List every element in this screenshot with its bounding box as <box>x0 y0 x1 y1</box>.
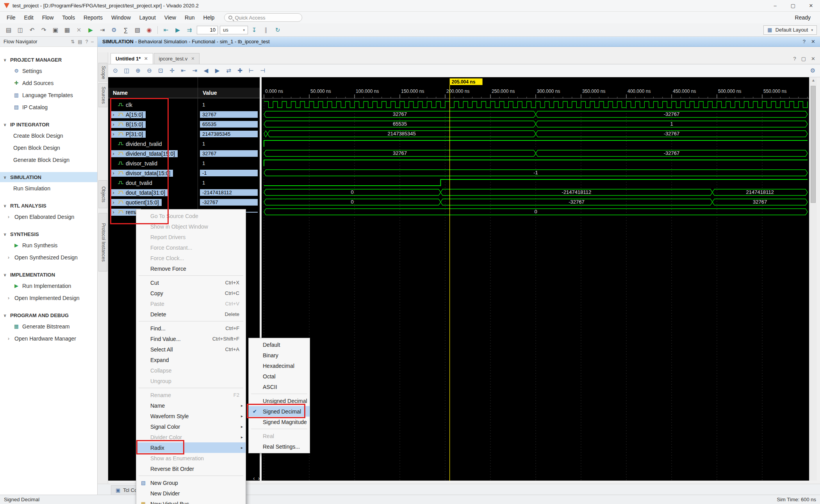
breakpoint-icon[interactable]: ◉ <box>144 25 155 35</box>
help-icon[interactable]: ? <box>793 56 796 62</box>
flow-item-open-elaborated-design[interactable]: ›Open Elaborated Design <box>0 211 97 223</box>
flow-section-header-program-and-debug[interactable]: ∨PROGRAM AND DEBUG <box>0 310 97 320</box>
signal-row-dout-tdata-31-0[interactable]: ›dout_tdata[31:0] <box>108 188 198 197</box>
zoom-fit-icon[interactable]: ⊡ <box>155 66 166 76</box>
restart-sim-icon[interactable]: ⇤ <box>160 25 171 35</box>
menu-item-find-value[interactable]: Find Value...Ctrl+Shift+F <box>136 334 246 344</box>
menu-item-octal[interactable]: Octal <box>249 371 310 382</box>
menu-item-new-divider[interactable]: New Divider <box>136 488 246 499</box>
value-column-header[interactable]: Value <box>198 88 260 98</box>
menu-item-binary[interactable]: Binary <box>249 350 310 360</box>
signal-row-b-15-0[interactable]: ›B[15:0] <box>108 119 198 129</box>
menu-item-signed-decimal[interactable]: ✔Signed Decimal <box>249 406 310 417</box>
sum-icon[interactable]: ∑ <box>120 25 131 35</box>
delete-icon[interactable]: ✕ <box>73 25 84 35</box>
signal-value-row[interactable]: 2147385345 <box>198 129 260 139</box>
menu-help[interactable]: Help <box>199 12 219 23</box>
relaunch-icon[interactable]: ↻ <box>272 25 283 35</box>
signal-value-row[interactable]: 32767 <box>198 110 260 119</box>
signal-row-divisor-tvalid[interactable]: divisor_tvalid <box>108 158 198 168</box>
collapse-all-icon[interactable]: ⇅ <box>71 39 75 44</box>
expander-icon[interactable]: › <box>111 131 116 137</box>
flow-item-open-synthesized-design[interactable]: ›Open Synthesized Design <box>0 251 97 263</box>
side-tab-protocol-instances[interactable]: Protocol Instances <box>98 213 107 272</box>
zoom-to-cursor-icon[interactable]: ✛ <box>167 66 177 76</box>
close-icon[interactable]: ✕ <box>144 56 148 61</box>
wave-settings-icon[interactable]: ⚙ <box>808 66 818 76</box>
step-over-icon[interactable]: ⇥ <box>97 25 108 35</box>
menu-item-find[interactable]: Find...Ctrl+F <box>136 323 246 334</box>
scrollbar-thumb[interactable] <box>811 86 816 203</box>
save-icon[interactable]: ◫ <box>15 25 26 35</box>
menu-view[interactable]: View <box>160 12 180 23</box>
close-icon[interactable]: ✕ <box>802 0 820 11</box>
menu-item-real-settings[interactable]: Real Settings... <box>249 441 310 452</box>
scroll-up-icon[interactable]: ▲ <box>809 78 817 82</box>
menu-window[interactable]: Window <box>107 12 135 23</box>
menu-item-waveform-style[interactable]: Waveform Style▸ <box>136 411 246 421</box>
minimize-icon[interactable]: – <box>766 0 784 11</box>
float-icon[interactable]: ▢ <box>801 56 806 62</box>
signal-value-row[interactable]: 1 <box>198 178 260 188</box>
signal-value-row[interactable]: 1 <box>198 100 260 110</box>
menu-item-new-virtual-bus[interactable]: ▦New Virtual Bus <box>136 499 246 504</box>
close-icon[interactable]: ✕ <box>811 56 815 62</box>
flow-item-run-implementation[interactable]: ▶Run Implementation <box>0 280 97 292</box>
run-all-icon[interactable]: ▶ <box>172 25 183 35</box>
settings-icon[interactable]: ⚙ <box>109 25 119 35</box>
highlight-icon[interactable]: ▧ <box>132 25 143 35</box>
signal-row-divisor-tdata-15-0[interactable]: ›divisor_tdata[15:0] <box>108 168 198 178</box>
help-icon[interactable]: ? <box>86 39 88 44</box>
expander-icon[interactable]: › <box>111 190 116 195</box>
zoom-out-icon[interactable]: ⊖ <box>144 66 155 76</box>
menu-item-remove-force[interactable]: Remove Force <box>136 263 246 274</box>
flow-item-create-block-design[interactable]: Create Block Design <box>0 130 97 142</box>
flow-item-add-sources[interactable]: ✚Add Sources <box>0 77 97 89</box>
signal-row-clk[interactable]: clk <box>108 100 198 110</box>
help-icon[interactable]: ? <box>803 39 806 44</box>
maximize-icon[interactable]: ▢ <box>784 0 802 11</box>
menu-item-ascii[interactable]: ASCII <box>249 382 310 392</box>
wave-hscroll-arrows[interactable]: ‹ › <box>253 475 260 481</box>
signal-row-dividend-tvalid[interactable]: dividend_tvalid <box>108 139 198 149</box>
undo-icon[interactable]: ↶ <box>27 25 37 35</box>
name-column-header[interactable]: Name <box>108 88 198 98</box>
signal-value-row[interactable]: -32767 <box>198 197 260 207</box>
menu-item-expand[interactable]: Expand <box>136 355 246 365</box>
copy-icon[interactable]: ▣ <box>50 25 61 35</box>
next-transition-icon[interactable]: ▶ <box>212 66 223 76</box>
menu-item-signed-magnitude[interactable]: Signed Magnitude <box>249 417 310 427</box>
flow-section-header-implementation[interactable]: ∨IMPLEMENTATION <box>0 270 97 280</box>
menu-item-unsigned-decimal[interactable]: Unsigned Decimal <box>249 396 310 406</box>
flow-section-header-ip-integrator[interactable]: ∨IP INTEGRATOR <box>0 119 97 130</box>
menu-item-copy[interactable]: CopyCtrl+C <box>136 288 246 298</box>
flow-item-open-implemented-design[interactable]: ›Open Implemented Design <box>0 292 97 304</box>
dock-icon[interactable]: ▤ <box>78 39 82 44</box>
run-icon[interactable]: ▶ <box>85 25 96 35</box>
menu-item-signal-color[interactable]: Signal Color▸ <box>136 421 246 432</box>
go-to-start-icon[interactable]: ⇤ <box>178 66 189 76</box>
sim-time-input[interactable] <box>197 26 218 34</box>
signal-row-p-31-0[interactable]: ›P[31:0] <box>108 129 198 139</box>
signal-value-row[interactable]: 32767 <box>198 149 260 158</box>
menu-flow[interactable]: Flow <box>38 12 58 23</box>
signal-row-dout-tvalid[interactable]: dout_tvalid <box>108 178 198 188</box>
scroll-left-icon[interactable]: ‹ <box>253 475 255 481</box>
menu-item-cut[interactable]: CutCtrl+X <box>136 277 246 288</box>
wave-vertical-scrollbar[interactable]: ▲ <box>809 77 817 481</box>
menu-item-select-all[interactable]: Select AllCtrl+A <box>136 344 246 355</box>
side-tab-scope[interactable]: Scope <box>98 63 107 82</box>
tab-ipcore-test-v[interactable]: ipcore_test.v✕ <box>154 53 200 64</box>
expander-icon[interactable]: › <box>111 112 116 117</box>
run-for-time-icon[interactable]: ⇉ <box>184 25 195 35</box>
layout-selector[interactable]: ▦ Default Layout ▾ <box>763 25 817 35</box>
flow-section-header-synthesis[interactable]: ∨SYNTHESIS <box>0 229 97 239</box>
add-marker-icon[interactable]: ✚ <box>235 66 245 76</box>
expander-icon[interactable]: › <box>111 121 116 127</box>
menu-item-hexadecimal[interactable]: Hexadecimal <box>249 360 310 371</box>
find-icon[interactable]: ⊙ <box>110 66 121 76</box>
menu-reports[interactable]: Reports <box>79 12 107 23</box>
menu-run[interactable]: Run <box>180 12 199 23</box>
flow-item-generate-bitstream[interactable]: ▦Generate Bitstream <box>0 320 97 332</box>
menu-item-reverse-bit-order[interactable]: Reverse Bit Order <box>136 463 246 474</box>
